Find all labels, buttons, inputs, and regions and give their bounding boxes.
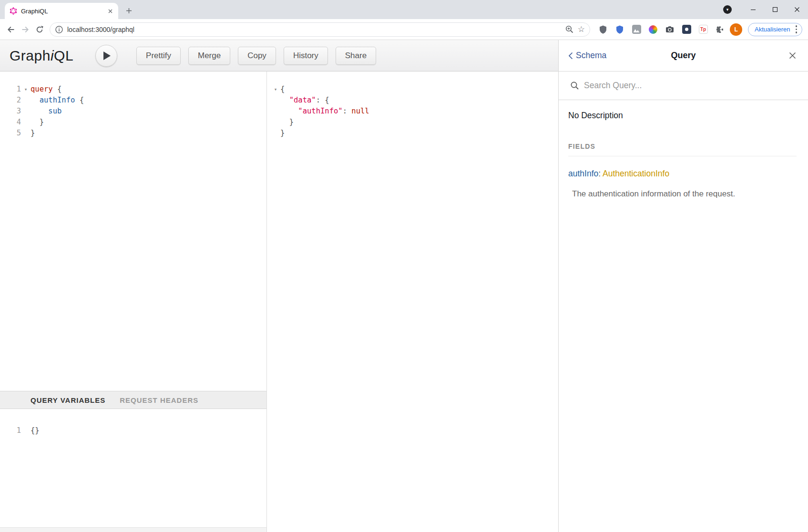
forward-icon[interactable] [18,22,32,37]
editor-column: 1▾query {2 authInfo {3 sub4 }5} QUERY VA… [0,72,267,532]
maximize-button[interactable] [764,0,786,19]
page-info-icon[interactable] [55,25,63,34]
extension-icons: Tp [593,24,730,35]
code-line: 5} [4,128,266,139]
code-line: 1▾query { [4,84,266,95]
tab-title: GraphiQL [21,8,102,15]
graphiql-logo: GraphiQL [10,48,73,64]
fields-section-header: FIELDS [568,143,797,156]
merge-button[interactable]: Merge [188,47,230,65]
horizontal-scrollbar[interactable] [0,527,266,532]
browser-toolbar: localhost:3000/graphql ☆ [0,19,808,40]
browser-menu-icon[interactable] [794,23,799,35]
field-name-link[interactable]: authInfo [568,169,598,178]
variables-title-bar: QUERY VARIABLES REQUEST HEADERS [0,391,266,409]
graphiql-main: GraphiQL Prettify Merge Copy History Sha… [0,40,558,532]
extensions-puzzle-icon[interactable] [715,24,725,35]
variables-editor[interactable]: 1{} [0,409,266,532]
doc-content: No Description FIELDS authInfo: Authenti… [559,100,808,532]
doc-search-input[interactable] [584,81,797,91]
tab-strip: GraphiQL ▾ [0,0,808,19]
field-separator: : [598,169,603,178]
execute-query-button[interactable] [95,45,117,67]
browser-update-button[interactable]: Aktualisieren [748,23,802,36]
graphql-favicon [10,7,17,15]
code-line: } [271,117,558,128]
reload-icon[interactable] [32,22,47,37]
window-close-button[interactable] [786,0,808,19]
tab-query-variables[interactable]: QUERY VARIABLES [31,396,105,404]
code-line: 1{} [4,425,266,436]
code-line: 2 authInfo { [4,95,266,106]
query-editor[interactable]: 1▾query {2 authInfo {3 sub4 }5} [0,72,266,391]
profile-avatar[interactable]: L [730,23,742,36]
type-description: No Description [568,111,797,121]
doc-explorer-panel: Query Schema No Descrip [558,40,808,532]
code-line: 4 } [4,117,266,128]
extension-shield-gray-icon[interactable] [598,24,608,35]
code-line: "data": { [271,95,558,106]
tab-search-icon[interactable]: ▾ [723,5,732,14]
tab-request-headers[interactable]: REQUEST HEADERS [120,396,198,404]
extension-shield-blue-icon[interactable] [614,24,625,35]
search-icon [570,81,579,90]
address-bar[interactable]: localhost:3000/graphql ☆ [50,22,590,37]
chevron-left-icon [568,52,573,60]
workspace: 1▾query {2 authInfo {3 sub4 }5} QUERY VA… [0,72,558,532]
doc-back-label: Schema [576,51,606,61]
bookmark-star-icon[interactable]: ☆ [578,25,585,33]
doc-close-icon[interactable] [786,50,798,62]
browser-window: GraphiQL ▾ [0,0,808,532]
doc-back-link[interactable]: Schema [568,51,606,61]
toolbar-buttons: Prettify Merge Copy History Share [136,47,376,65]
code-line: } [271,128,558,139]
history-button[interactable]: History [284,47,328,65]
minimize-button[interactable] [742,0,764,19]
graphiql-app: GraphiQL Prettify Merge Copy History Sha… [0,40,808,532]
doc-field-row: authInfo: AuthenticationInfo [568,169,797,179]
extension-camera-icon[interactable] [665,24,675,35]
doc-search-bar [559,72,808,100]
url-text[interactable]: localhost:3000/graphql [67,26,561,33]
extension-dark-badge-icon[interactable] [681,24,692,35]
graphiql-toolbar: GraphiQL Prettify Merge Copy History Sha… [0,40,558,72]
tab-close-icon[interactable] [106,7,114,15]
extension-screenshot-icon[interactable] [631,24,642,35]
copy-button[interactable]: Copy [238,47,276,65]
window-controls: ▾ [723,0,808,19]
code-line: 3 sub [4,106,266,117]
field-description: The authentication information of the re… [568,189,797,199]
share-button[interactable]: Share [336,47,376,65]
code-line: "authInfo": null [271,106,558,117]
new-tab-button[interactable] [122,4,135,17]
browser-tab[interactable]: GraphiQL [5,3,118,19]
back-icon[interactable] [4,22,18,37]
prettify-button[interactable]: Prettify [136,47,181,65]
extension-colorwheel-icon[interactable] [648,24,658,35]
play-icon [103,51,111,60]
extension-tp-icon[interactable]: Tp [698,24,708,35]
update-button-label: Aktualisieren [755,26,790,33]
result-viewer[interactable]: ▾{ "data": { "authInfo": null }} [267,72,558,532]
type-name-link[interactable]: AuthenticationInfo [603,169,669,178]
doc-explorer-header: Query Schema [559,40,808,72]
zoom-icon[interactable] [565,25,574,34]
code-line: ▾{ [271,84,558,95]
